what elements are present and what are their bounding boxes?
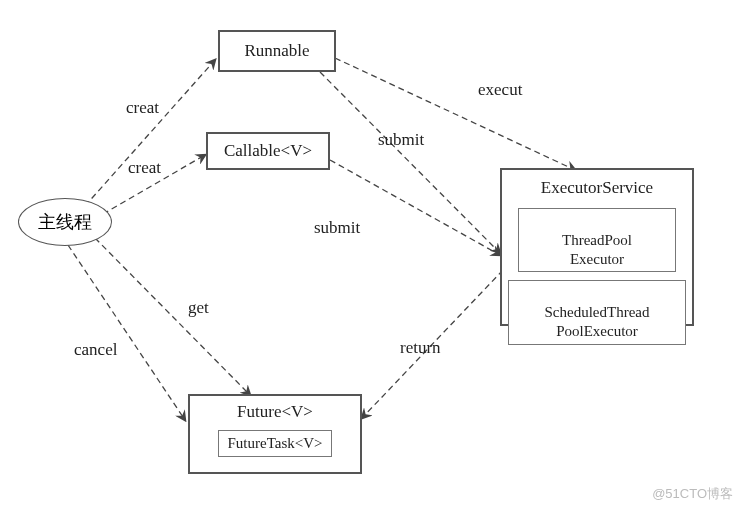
svg-line-3 xyxy=(68,245,185,420)
edge-cancel-label: cancel xyxy=(74,340,117,360)
main-thread-node: 主线程 xyxy=(18,198,112,246)
edge-execut-label: execut xyxy=(478,80,522,100)
svg-line-6 xyxy=(330,160,500,255)
edge-get-label: get xyxy=(188,298,209,318)
callable-label: Callable<V> xyxy=(224,141,312,161)
svg-line-2 xyxy=(95,238,250,395)
main-thread-label: 主线程 xyxy=(38,210,92,234)
executorservice-node: ExecutorService ThreadPool Executor Sche… xyxy=(500,168,694,326)
scheduledthreadpoolexecutor-label: ScheduledThread PoolExecutor xyxy=(545,304,650,339)
svg-line-4 xyxy=(335,58,575,170)
runnable-node: Runnable xyxy=(218,30,336,72)
edge-submit1-label: submit xyxy=(378,130,424,150)
futuretask-label: FutureTask<V> xyxy=(227,435,322,451)
future-node: Future<V> FutureTask<V> xyxy=(188,394,362,474)
svg-line-0 xyxy=(85,60,215,206)
threadpoolexecutor-node: ThreadPool Executor xyxy=(518,208,676,272)
scheduledthreadpoolexecutor-node: ScheduledThread PoolExecutor xyxy=(508,280,686,344)
edge-creat1-label: creat xyxy=(126,98,159,118)
threadpoolexecutor-label: ThreadPool Executor xyxy=(562,232,632,267)
edge-return-label: return xyxy=(400,338,441,358)
edge-creat2-label: creat xyxy=(128,158,161,178)
future-label: Future<V> xyxy=(237,402,313,422)
callable-node: Callable<V> xyxy=(206,132,330,170)
watermark: @51CTO博客 xyxy=(652,485,733,503)
futuretask-node: FutureTask<V> xyxy=(218,430,331,457)
executorservice-label: ExecutorService xyxy=(541,178,653,198)
runnable-label: Runnable xyxy=(244,41,309,61)
edge-submit2-label: submit xyxy=(314,218,360,238)
